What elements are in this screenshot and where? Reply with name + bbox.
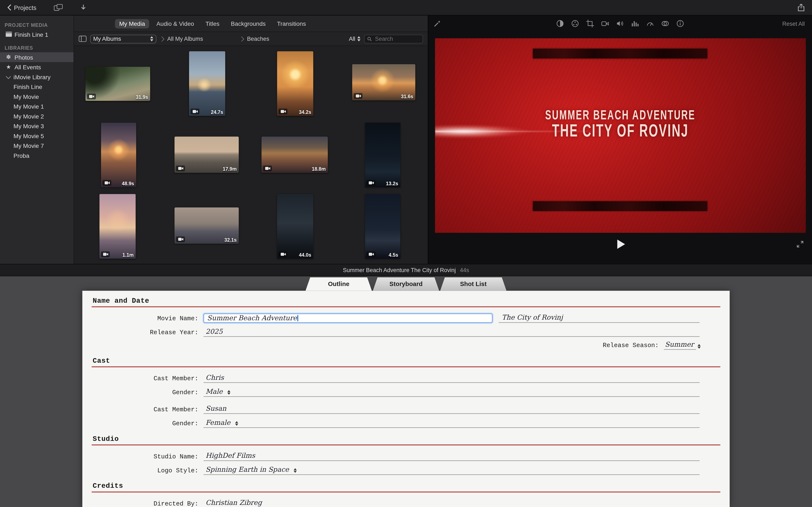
viewer-title-line2: THE CITY OF ROVINJ	[552, 121, 689, 141]
sidebar-item-label: My Movie 7	[13, 143, 44, 149]
trailer-title-card: SUMMER BEACH ADVENTURE THE CITY OF ROVIN…	[435, 109, 805, 139]
dropdown-arrows-icon	[357, 36, 361, 41]
sidebar-item-my-movie-7[interactable]: My Movie 7	[0, 141, 73, 151]
fullscreen-icon[interactable]	[797, 241, 804, 248]
clip-thumbnail[interactable]: 4.5s	[365, 194, 401, 259]
clip-duration: 24.7s	[211, 109, 223, 115]
clip-thumbnail[interactable]: 34.2s	[277, 51, 313, 116]
filter-value: All	[349, 36, 355, 42]
chevron-down-icon[interactable]	[6, 74, 11, 79]
studio-name-field[interactable]: HighDef Films	[206, 452, 255, 460]
sidebar-item-my-movie-3[interactable]: My Movie 3	[0, 121, 73, 131]
sidebar-item-proba[interactable]: Proba	[0, 151, 73, 161]
tab-audio-video[interactable]: Audio & Video	[152, 19, 198, 28]
sidebar-toggle-icon[interactable]	[79, 36, 87, 42]
stepper-icon[interactable]	[294, 468, 297, 473]
video-camera-icon	[101, 251, 110, 257]
projects-back-button[interactable]: Projects	[7, 4, 36, 11]
clip-thumbnail[interactable]: 31.6s	[352, 64, 415, 100]
stepper-icon[interactable]	[227, 390, 231, 395]
sidebar-item-photos[interactable]: ✽ Photos	[0, 52, 73, 62]
cast-member-field[interactable]: Susan	[206, 404, 226, 413]
sidebar-item-all-events[interactable]: ★ All Events	[0, 62, 73, 72]
speed-icon[interactable]	[646, 20, 654, 27]
breadcrumb-chevron-icon	[239, 36, 244, 41]
clip-duration: 17.9m	[223, 166, 237, 172]
playback-controls	[428, 233, 812, 256]
enhance-wand-icon[interactable]	[434, 20, 441, 27]
adjust-toolbar: Reset All	[428, 15, 812, 32]
clip-thumbnail[interactable]: 18.8m	[262, 137, 328, 173]
cast-member-field[interactable]: Chris	[206, 374, 224, 382]
noise-reduction-eq-icon[interactable]	[631, 20, 639, 27]
album-dropdown[interactable]: My Albums	[90, 35, 156, 43]
logo-style-field[interactable]: Spinning Earth in Space	[206, 466, 289, 474]
media-organizer-icon[interactable]	[54, 4, 63, 11]
clip-thumbnail[interactable]: 17.9m	[174, 137, 239, 173]
import-download-icon[interactable]	[80, 4, 87, 11]
tab-outline[interactable]: Outline	[306, 277, 372, 291]
tab-my-media[interactable]: My Media	[115, 19, 149, 28]
stepper-icon[interactable]	[235, 421, 238, 426]
sidebar-item-my-movie[interactable]: My Movie	[0, 92, 73, 101]
movie-subtitle-field[interactable]: The City of Rovinj	[499, 314, 700, 323]
clip-thumbnail[interactable]: 44.0s	[277, 194, 313, 259]
sidebar-item-finish-line[interactable]: Finish Line	[0, 82, 73, 92]
tab-titles[interactable]: Titles	[201, 19, 223, 28]
tab-backgrounds[interactable]: Backgrounds	[227, 19, 270, 28]
release-year-field[interactable]: 2025	[206, 327, 223, 336]
search-input[interactable]	[374, 35, 420, 43]
clip-filter-icon[interactable]	[661, 20, 669, 27]
tab-transitions[interactable]: Transitions	[273, 19, 310, 28]
tab-shot-list[interactable]: Shot List	[440, 277, 506, 291]
sidebar-item-label: My Movie 1	[13, 103, 44, 109]
field-label: Release Year:	[92, 329, 203, 337]
info-icon[interactable]	[676, 20, 684, 27]
color-correction-icon[interactable]	[571, 20, 579, 27]
trailer-tabs: Outline Storyboard Shot List	[305, 276, 507, 291]
title-decoration-bar-top	[533, 49, 707, 59]
directed-by-row: Directed By: Christian Zibreg	[92, 499, 720, 507]
clip-duration: 1.1m	[122, 252, 134, 258]
stabilization-icon[interactable]	[601, 20, 609, 27]
clip-thumbnail[interactable]: 24.7s	[189, 51, 225, 116]
directed-by-field[interactable]: Christian Zibreg	[206, 499, 262, 507]
clip-thumbnail[interactable]: 13.2s	[365, 122, 401, 187]
sidebar-item-my-movie-2[interactable]: My Movie 2	[0, 111, 73, 121]
crop-icon[interactable]	[586, 20, 594, 27]
video-camera-icon	[191, 109, 199, 114]
release-season-field[interactable]: Summer	[664, 340, 696, 350]
viewer-title-line1: SUMMER BEACH ADVENTURE	[545, 107, 695, 122]
studio-name-row: Studio Name: HighDef Films	[92, 452, 720, 461]
tab-storyboard[interactable]: Storyboard	[373, 277, 439, 291]
clip-thumbnail[interactable]: 48.9s	[101, 122, 136, 187]
media-filter-dropdown[interactable]: All	[349, 36, 360, 42]
breadcrumb-beaches: Beaches	[247, 36, 269, 42]
clip-thumbnail[interactable]: 1.1m	[99, 194, 136, 259]
sidebar-item-my-movie-1[interactable]: My Movie 1	[0, 101, 73, 111]
field-label: Gender:	[92, 419, 203, 428]
sidebar-item-my-movie-5[interactable]: My Movie 5	[0, 131, 73, 141]
search-box[interactable]	[364, 35, 423, 43]
dropdown-arrows-icon	[150, 36, 153, 41]
clip-thumbnail[interactable]: 32.1s	[174, 208, 239, 243]
play-button[interactable]	[617, 239, 625, 249]
video-camera-icon	[103, 180, 111, 186]
sidebar-item-imovie-library[interactable]: iMovie Library	[0, 72, 73, 82]
share-icon[interactable]	[798, 4, 805, 11]
clip-duration: 13.2s	[386, 181, 398, 186]
stepper-icon[interactable]	[698, 344, 701, 349]
sidebar-item-label: My Movie 3	[13, 123, 44, 129]
movie-name-input[interactable]: Summer Beach Adventure	[203, 314, 493, 323]
gender-field[interactable]: Female	[206, 418, 230, 427]
viewer-canvas: SUMMER BEACH ADVENTURE THE CITY OF ROVIN…	[435, 38, 805, 233]
reset-all-button[interactable]: Reset All	[782, 20, 805, 26]
sidebar-item-label: Finish Line 1	[14, 31, 48, 38]
volume-icon[interactable]	[616, 20, 624, 27]
color-balance-icon[interactable]	[556, 20, 564, 27]
gender-field[interactable]: Male	[206, 387, 223, 396]
breadcrumb-all-my-albums[interactable]: All My Albums	[167, 36, 203, 42]
sidebar-item-finish-line-1[interactable]: Finish Line 1	[0, 30, 73, 40]
video-camera-icon	[367, 180, 375, 186]
clip-thumbnail[interactable]: 31.9s	[86, 67, 150, 101]
